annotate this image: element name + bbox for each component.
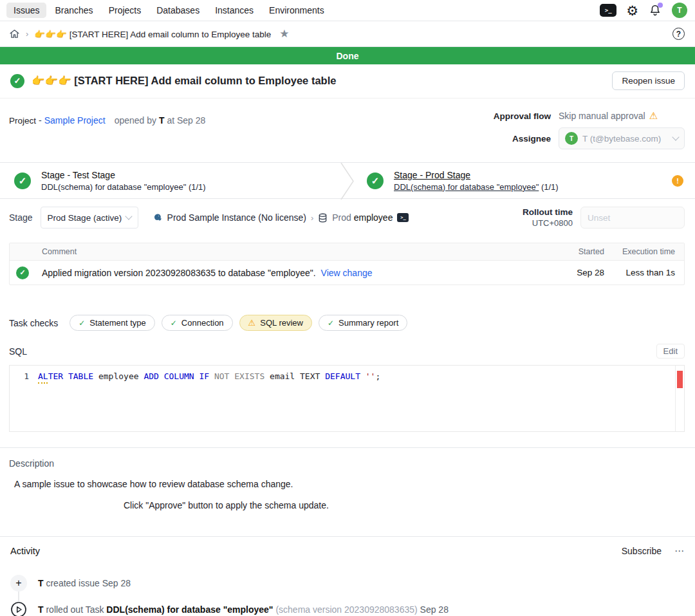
star-icon[interactable]: ★ (279, 27, 289, 41)
stage-test-name: Stage - Test Stage (41, 170, 206, 180)
sql-keyword: DEFAULT (325, 371, 360, 381)
rollout-timezone: UTC+0800 (523, 218, 573, 229)
chevron-down-icon (125, 212, 132, 219)
main-nav: Issues Branches Projects Databases Insta… (6, 3, 331, 18)
activity-actor: T (38, 604, 44, 615)
path-separator: › (311, 213, 313, 223)
sql-string: '' (366, 371, 376, 381)
instance-name[interactable]: Prod Sample Instance (No license) (167, 212, 306, 223)
table-row: ✓ Applied migration version 202309280836… (10, 261, 684, 285)
check-success-icon: ✓ (171, 319, 177, 328)
activity-rollout-text: T rolled out Task DDL(schema) for databa… (38, 604, 449, 615)
column-header-comment: Comment (37, 247, 549, 256)
notifications-bell-icon[interactable] (648, 3, 662, 17)
more-options-icon[interactable]: ⋯ (674, 545, 685, 557)
check-summary-report[interactable]: ✓ Summary report (319, 315, 407, 331)
stage-prod-name[interactable]: Stage - Prod Stage (394, 170, 559, 180)
scrollbar-warning-marker (677, 371, 683, 388)
check-connection-label: Connection (181, 318, 224, 328)
database-env-and-name[interactable]: Prod employee (332, 212, 393, 223)
chevron-down-icon (672, 133, 679, 140)
task-run-table: Comment Started Execution time ✓ Applied… (9, 243, 685, 285)
sql-code: ALTER TABLE employee ADD COLUMN IF NOT E… (38, 371, 380, 381)
stage-test-stage[interactable]: ✓ Stage - Test Stage DDL(schema) for dat… (0, 163, 340, 198)
issue-header: ✓ 👉👉👉 [START HERE] Add email column to E… (0, 64, 695, 98)
task-checks: Task checks ✓ Statement type ✓ Connectio… (9, 315, 685, 331)
opened-prefix: opened by (115, 115, 156, 126)
opened-by: opened by T at Sep 28 (115, 115, 206, 126)
database-name: employee (354, 212, 393, 223)
sql-editor-icon[interactable]: >_ (600, 4, 616, 17)
project-label: Project (9, 116, 36, 126)
stage-select[interactable]: Prod Stage (active) (41, 207, 138, 229)
task-started: Sep 28 (549, 268, 604, 277)
stage-select-label: Stage (9, 212, 33, 223)
assignee-select[interactable]: T T (t@bytebase.com) (559, 127, 685, 149)
project-link[interactable]: Sample Project (44, 115, 106, 126)
sql-section: SQL Edit 1 ALTER TABLE employee ADD COLU… (9, 344, 685, 432)
stage-warning-icon[interactable]: ! (672, 175, 683, 187)
sql-editor[interactable]: 1 ALTER TABLE employee ADD COLUMN IF NOT… (9, 365, 685, 432)
status-banner-label: Done (337, 51, 359, 61)
activity-header: Activity Subscribe ⋯ (10, 545, 685, 557)
rollout-play-icon (10, 601, 27, 616)
stage-test-task: DDL(schema) for database "employee" (1/1… (41, 182, 206, 192)
gear-icon[interactable]: ⚙ (626, 4, 638, 17)
opened-user: T (159, 115, 165, 126)
task-comment-text: Applied migration version 20230928083635… (42, 268, 316, 278)
project-dash: - (39, 115, 42, 126)
sql-identifier: email TEXT (270, 371, 320, 381)
nav-item-branches[interactable]: Branches (48, 3, 100, 18)
nav-item-instances[interactable]: Instances (208, 3, 261, 18)
user-avatar[interactable]: T (672, 3, 687, 18)
assignee-avatar: T (565, 132, 578, 145)
stage-prod-stage[interactable]: ✓ Stage - Prod Stage DDL(schema) for dat… (355, 163, 672, 198)
check-success-icon: ✓ (328, 319, 334, 328)
assignee-label: Assignee (494, 134, 551, 144)
issue-done-check-icon: ✓ (10, 74, 24, 88)
rollout-time-input[interactable] (588, 213, 695, 223)
description-label: Description (9, 458, 685, 469)
check-statement-type-label: Statement type (89, 318, 145, 328)
column-header-started: Started (549, 247, 604, 256)
description-line-2: Click "Approve" button to apply the sche… (124, 500, 685, 510)
open-sql-editor-icon[interactable]: >_ (397, 213, 409, 222)
task-checks-label: Task checks (9, 318, 58, 328)
breadcrumb-title: 👉👉👉 [START HERE] Add email column to Emp… (34, 29, 271, 39)
sql-code-line: 1 ALTER TABLE employee ADD COLUMN IF NOT… (10, 371, 684, 381)
database-icon (318, 213, 328, 223)
reopen-issue-button[interactable]: Reopen issue (612, 71, 685, 90)
check-success-icon: ✓ (79, 319, 85, 328)
activity-action: rolled out Task (46, 604, 104, 615)
rollout-labels: Rollout time UTC+0800 (523, 207, 573, 229)
activity-time: Sep 28 (102, 578, 131, 588)
check-connection[interactable]: ✓ Connection (162, 315, 233, 331)
editor-scrollbar[interactable] (675, 366, 684, 431)
meta-right: Approval flow Skip manual approval ⚠ Ass… (494, 110, 685, 149)
activity-target: DDL(schema) for database "employee" (106, 604, 273, 615)
nav-item-projects[interactable]: Projects (102, 3, 149, 18)
sql-warning-squiggle (38, 382, 48, 384)
activity-actor: T (38, 578, 44, 588)
stage-prod-check-icon: ✓ (367, 173, 384, 189)
nav-item-issues[interactable]: Issues (6, 3, 46, 18)
subscribe-button[interactable]: Subscribe (622, 546, 662, 556)
home-icon[interactable] (9, 28, 20, 39)
nav-item-environments[interactable]: Environments (262, 3, 331, 18)
stage-prod-task[interactable]: DDL(schema) for database "employee" (1/1… (394, 182, 559, 192)
top-navbar: Issues Branches Projects Databases Insta… (0, 0, 695, 21)
description-section: Description A sample issue to showcase h… (0, 448, 695, 510)
stage-prod-task-link[interactable]: DDL(schema) for database "employee" (394, 182, 539, 192)
view-change-link[interactable]: View change (321, 268, 373, 278)
activity-label: Activity (10, 546, 40, 556)
check-summary-report-label: Summary report (338, 318, 398, 328)
description-line-1: A sample issue to showcase how to review… (14, 479, 685, 489)
sql-edit-button[interactable]: Edit (656, 344, 685, 359)
approval-warning-icon[interactable]: ⚠ (649, 110, 658, 122)
check-sql-review[interactable]: ⚠ SQL review (239, 315, 312, 331)
check-statement-type[interactable]: ✓ Statement type (70, 315, 155, 331)
check-sql-review-label: SQL review (260, 318, 303, 328)
help-icon[interactable]: ? (672, 28, 685, 40)
nav-item-databases[interactable]: Databases (149, 3, 207, 18)
sql-keyword: ALTER TABLE (38, 371, 93, 381)
